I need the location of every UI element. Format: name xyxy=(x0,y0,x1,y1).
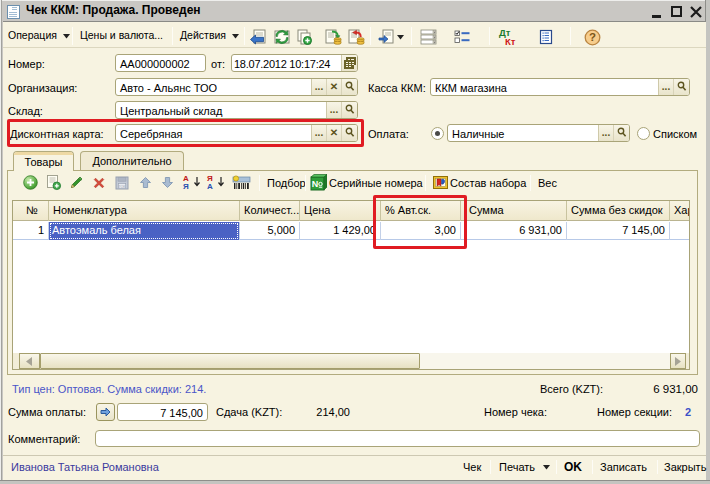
svg-text:N: N xyxy=(312,179,319,189)
svg-text:ГОК: ГОК xyxy=(119,185,127,189)
svg-text:?: ? xyxy=(589,31,596,43)
